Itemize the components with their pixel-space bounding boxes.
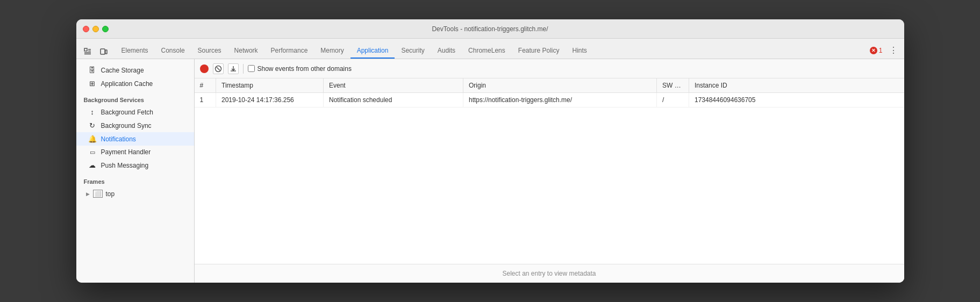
clear-button[interactable] (213, 63, 224, 74)
sidebar: 🗄 Cache Storage ⊞ Application Cache Back… (76, 59, 195, 283)
col-header-num: # (195, 78, 216, 93)
sidebar-item-push-messaging[interactable]: ☁ Push Messaging (76, 159, 194, 172)
frames-section: Frames (76, 172, 194, 187)
tab-sources[interactable]: Sources (191, 44, 228, 59)
notifications-icon: 🔔 (88, 135, 97, 143)
inspect-button[interactable] (81, 45, 95, 59)
tab-feature-policy[interactable]: Feature Policy (512, 44, 566, 59)
cell-num: 1 (195, 93, 216, 107)
table-header-row: # Timestamp Event Origin SW … Instance I… (195, 78, 904, 93)
close-button[interactable] (83, 26, 89, 32)
payment-handler-icon: ▭ (88, 149, 97, 156)
maximize-button[interactable] (102, 26, 109, 32)
background-services-section: Background Services (76, 90, 194, 105)
push-messaging-icon: ☁ (88, 161, 97, 169)
cell-instance-id: 17348446094636705 (689, 93, 904, 107)
sidebar-item-background-fetch[interactable]: ↕ Background Fetch (76, 105, 194, 119)
show-events-checkbox-label[interactable]: Show events from other domains (248, 65, 352, 73)
sidebar-item-notifications-label: Notifications (101, 135, 136, 143)
devtools-window: DevTools - notification-triggers.glitch.… (76, 19, 904, 283)
tab-console[interactable]: Console (155, 44, 191, 59)
main-content: 🗄 Cache Storage ⊞ Application Cache Back… (76, 59, 904, 283)
frame-icon: ⬜ (93, 190, 103, 198)
tab-hints[interactable]: Hints (566, 44, 593, 59)
col-header-timestamp: Timestamp (216, 78, 324, 93)
traffic-lights (83, 26, 109, 32)
download-button[interactable] (228, 63, 239, 74)
background-sync-icon: ↻ (88, 121, 97, 130)
tab-audits[interactable]: Audits (431, 44, 462, 59)
background-fetch-icon: ↕ (88, 108, 97, 116)
notifications-table: # Timestamp Event Origin SW … Instance I… (195, 78, 904, 107)
expand-icon: ▶ (86, 191, 90, 197)
sidebar-item-application-cache[interactable]: ⊞ Application Cache (76, 77, 194, 90)
main-panel: Show events from other domains # Timesta… (195, 59, 904, 283)
more-options-button[interactable]: ⋮ (887, 44, 900, 56)
record-button[interactable] (200, 64, 209, 73)
minimize-button[interactable] (92, 26, 99, 32)
error-count: 1 (879, 47, 883, 54)
svg-line-4 (217, 67, 220, 70)
device-toggle-button[interactable] (97, 45, 111, 59)
application-cache-icon: ⊞ (88, 80, 97, 88)
col-header-instance-id: Instance ID (689, 78, 904, 93)
table-empty-area (195, 107, 904, 264)
cell-origin: https://notification-triggers.glitch.me/ (463, 93, 657, 107)
cell-event: Notification scheduled (324, 93, 463, 107)
tab-bar-right: ✕ 1 ⋮ (870, 44, 900, 59)
sidebar-item-payment-handler-label: Payment Handler (101, 148, 151, 156)
sidebar-item-application-cache-label: Application Cache (101, 80, 153, 88)
panel-toolbar: Show events from other domains (195, 59, 904, 78)
notifications-table-container: # Timestamp Event Origin SW … Instance I… (195, 78, 904, 264)
metadata-bar: Select an entry to view metadata (195, 264, 904, 283)
svg-rect-0 (84, 48, 87, 51)
tab-application[interactable]: Application (350, 44, 395, 59)
window-title: DevTools - notification-triggers.glitch.… (432, 25, 548, 33)
metadata-text: Select an entry to view metadata (502, 270, 596, 277)
sidebar-item-payment-handler[interactable]: ▭ Payment Handler (76, 146, 194, 159)
cell-timestamp: 2019-10-24 14:17:36.256 (216, 93, 324, 107)
sidebar-item-background-fetch-label: Background Fetch (101, 109, 153, 116)
tab-security[interactable]: Security (395, 44, 431, 59)
tab-performance[interactable]: Performance (264, 44, 314, 59)
svg-rect-1 (101, 49, 105, 54)
titlebar: DevTools - notification-triggers.glitch.… (76, 19, 904, 39)
tab-elements[interactable]: Elements (115, 44, 155, 59)
frames-top-label: top (106, 190, 115, 198)
svg-rect-2 (105, 50, 107, 54)
tab-bar: Elements Console Sources Network Perform… (76, 39, 904, 59)
sidebar-item-cache-storage[interactable]: 🗄 Cache Storage (76, 63, 194, 77)
show-events-checkbox[interactable] (248, 65, 255, 72)
sidebar-item-background-sync[interactable]: ↻ Background Sync (76, 119, 194, 132)
sidebar-item-cache-storage-label: Cache Storage (101, 67, 144, 74)
error-dot: ✕ (870, 47, 877, 54)
toolbar-divider (243, 64, 244, 74)
table-row[interactable]: 1 2019-10-24 14:17:36.256 Notification s… (195, 93, 904, 107)
error-badge: ✕ 1 (870, 47, 883, 54)
col-header-sw: SW … (657, 78, 689, 93)
sidebar-item-top[interactable]: ▶ ⬜ top (76, 187, 194, 200)
sidebar-item-push-messaging-label: Push Messaging (101, 162, 149, 169)
tab-network[interactable]: Network (228, 44, 264, 59)
cache-storage-icon: 🗄 (88, 66, 97, 74)
show-events-label: Show events from other domains (257, 65, 352, 73)
tab-memory[interactable]: Memory (314, 44, 350, 59)
tab-chromelens[interactable]: ChromeLens (462, 44, 512, 59)
sidebar-item-background-sync-label: Background Sync (101, 122, 152, 130)
col-header-event: Event (324, 78, 463, 93)
col-header-origin: Origin (463, 78, 657, 93)
sidebar-item-notifications[interactable]: 🔔 Notifications (76, 132, 194, 146)
cell-sw: / (657, 93, 689, 107)
